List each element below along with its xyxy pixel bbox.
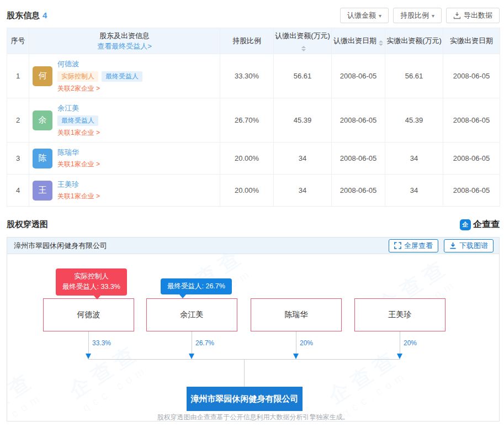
- related-companies-link[interactable]: 关联2家企业 >: [57, 84, 100, 93]
- ratio-filter-label: 持股比例: [400, 10, 429, 20]
- watermark: 企查查 qcc.com: [63, 338, 152, 415]
- subscribed-date-value: 2008-06-05: [332, 54, 385, 98]
- connector-line: [192, 331, 192, 355]
- actual-controller-tag: 实际控制人: [57, 71, 98, 82]
- header-paid-amount: 实缴出资额(万元): [385, 28, 443, 54]
- header-paid-date: 实缴出资日期: [443, 28, 500, 54]
- beneficiary-badge: 最终受益人: 26.7%: [161, 278, 232, 294]
- export-data-label: 导出数据: [464, 10, 492, 20]
- percent-label: 26.7%: [195, 339, 214, 347]
- ratio-value: 33.30%: [220, 54, 274, 98]
- shareholders-table: 序号 股东及出资信息 查看最终受益人> 持股比例 认缴出资额(万元) 认缴出资日…: [7, 28, 500, 207]
- paid-amount-value: 56.61: [385, 54, 443, 98]
- table-row: 2 余 余江美 最终受益人 关联1家企业 > 26.70% 45.39 2008…: [7, 98, 500, 143]
- table-row: 4 王 王美珍 关联1家企业 > 20.00% 34 2008-06-05 34…: [7, 175, 500, 207]
- header-subscribed-date: 认缴出资日期: [332, 28, 385, 54]
- chart-node-shareholder[interactable]: 何德波: [43, 298, 134, 331]
- subscribed-date-value: 2008-06-05: [332, 175, 385, 207]
- badge-pointer: [179, 294, 187, 298]
- connector-line: [400, 331, 400, 355]
- export-data-button[interactable]: 导出数据: [446, 8, 500, 23]
- equity-chart: 企查查 qcc.com 企查查 qcc.com 企查查 qcc.com 企查查 …: [7, 254, 499, 421]
- related-companies-link[interactable]: 关联1家企业 >: [57, 192, 100, 201]
- beneficiary-tag: 最终受益人: [57, 115, 98, 126]
- paid-amount-value: 34: [385, 175, 443, 207]
- arrow-down-icon: [293, 354, 299, 359]
- header-ratio: 持股比例: [220, 28, 274, 54]
- shareholder-name-link[interactable]: 王美珍: [57, 180, 79, 189]
- row-index: 2: [7, 98, 29, 143]
- download-chart-label: 下载图谱: [459, 241, 488, 251]
- download-chart-button[interactable]: 下载图谱: [444, 239, 494, 252]
- arrow-down-icon: [189, 354, 194, 359]
- shareholders-header: 股东信息4 认缴金额 ▾ 持股比例 ▾ 导出数据: [0, 0, 504, 28]
- row-index: 3: [7, 143, 29, 175]
- ratio-value: 20.00%: [220, 175, 274, 207]
- fullscreen-button[interactable]: 全屏查看: [389, 239, 438, 252]
- ratio-value: 20.00%: [220, 143, 274, 175]
- avatar: 何: [33, 66, 52, 86]
- shareholder-cell: 何 何德波 实际控制人 最终受益人 关联2家企业 >: [29, 54, 220, 98]
- shareholder-name-link[interactable]: 余江美: [57, 103, 79, 113]
- fullscreen-label: 全屏查看: [404, 241, 433, 251]
- sort-icon[interactable]: [379, 40, 383, 46]
- equity-title: 股权穿透图: [7, 219, 48, 230]
- download-icon: [449, 242, 457, 249]
- subscribed-amount-filter-button[interactable]: 认缴金额 ▾: [340, 8, 389, 23]
- row-index: 4: [7, 175, 29, 207]
- beneficiary-badge-text: 最终受益人: 26.7%: [167, 281, 225, 292]
- shareholder-cell: 陈 陈瑞华 关联1家企业 >: [29, 143, 220, 175]
- actual-controller-badge: 实际控制人 最终受益人: 33.3%: [56, 268, 127, 296]
- qichacha-logo: 企 企查查: [460, 219, 500, 230]
- header-index: 序号: [7, 28, 29, 54]
- avatar: 陈: [33, 149, 52, 168]
- chart-node-company[interactable]: 漳州市翠园休闲健身有限公司: [187, 387, 303, 411]
- connector-line: [296, 331, 296, 355]
- arrow-down-icon: [397, 354, 402, 359]
- chart-footnote: 股权穿透图由企查查基于公开信息利用大数据分析引擎独家生成。: [7, 413, 499, 421]
- shareholders-count: 4: [43, 10, 47, 20]
- chevron-down-icon: ▾: [379, 13, 381, 19]
- equity-panel-header: 漳州市翠园休闲健身有限公司 全屏查看 下载图谱: [7, 238, 499, 254]
- subscribed-date-value: 2008-06-05: [332, 98, 385, 143]
- subscribed-amount-value: 45.39: [274, 98, 332, 143]
- percent-label: 20%: [300, 339, 313, 347]
- actual-controller-badge-line1: 实际控制人: [62, 271, 120, 282]
- view-beneficiary-link[interactable]: 查看最终受益人>: [97, 42, 152, 50]
- paid-amount-value: 34: [385, 143, 443, 175]
- avatar: 王: [33, 181, 52, 201]
- paid-date-value: 2008-06-05: [443, 98, 500, 143]
- chart-node-shareholder[interactable]: 余江美: [146, 298, 237, 331]
- paid-date-value: 2008-06-05: [443, 143, 500, 175]
- shareholder-cell: 余 余江美 最终受益人 关联1家企业 >: [29, 98, 220, 143]
- shareholder-name-link[interactable]: 何德波: [57, 59, 79, 69]
- related-companies-link[interactable]: 关联1家企业 >: [57, 160, 100, 169]
- subscribed-amount-value: 34: [274, 143, 332, 175]
- ratio-value: 26.70%: [220, 98, 274, 143]
- shareholder-cell: 王 王美珍 关联1家企业 >: [29, 175, 220, 207]
- subscribed-amount-value: 56.61: [274, 54, 332, 98]
- sort-icon[interactable]: [301, 46, 306, 51]
- row-index: 1: [7, 54, 29, 98]
- table-row: 1 何 何德波 实际控制人 最终受益人 关联2家企业 > 33.30% 56.6…: [7, 54, 500, 98]
- header-shareholder-text: 股东及出资信息: [29, 30, 220, 41]
- related-companies-link[interactable]: 关联1家企业 >: [57, 128, 100, 138]
- shareholders-title: 股东信息4: [7, 10, 47, 21]
- paid-date-value: 2008-06-05: [443, 175, 500, 207]
- chart-node-shareholder[interactable]: 陈瑞华: [251, 298, 342, 331]
- header-shareholder: 股东及出资信息 查看最终受益人>: [29, 28, 220, 54]
- fullscreen-icon: [394, 242, 401, 249]
- paid-amount-value: 45.39: [385, 98, 443, 143]
- panel-actions: 全屏查看 下载图谱: [389, 239, 494, 252]
- shareholder-name-link[interactable]: 陈瑞华: [57, 147, 79, 157]
- export-icon: [453, 12, 461, 19]
- subscribed-date-value: 2008-06-05: [332, 143, 385, 175]
- ratio-filter-button[interactable]: 持股比例 ▾: [393, 8, 442, 23]
- header-subscribed-date-text: 认缴出资日期: [333, 36, 376, 45]
- shareholders-title-text: 股东信息: [7, 10, 40, 20]
- chart-node-shareholder[interactable]: 王美珍: [354, 298, 445, 331]
- avatar: 余: [33, 110, 52, 130]
- percent-label: 20%: [404, 339, 417, 347]
- percent-label: 33.3%: [92, 339, 111, 347]
- shareholders-toolbar: 认缴金额 ▾ 持股比例 ▾ 导出数据: [340, 8, 500, 23]
